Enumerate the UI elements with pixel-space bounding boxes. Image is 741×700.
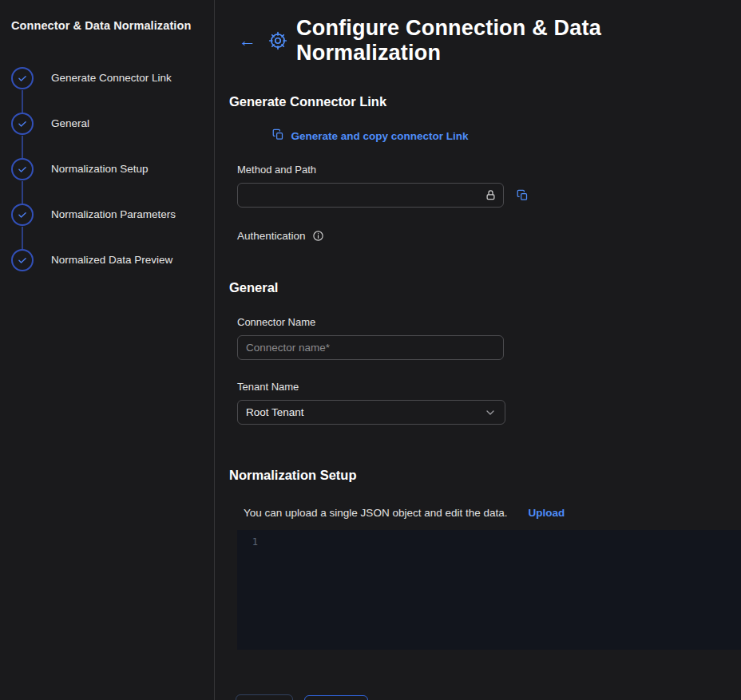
method-and-path-label: Method and Path	[237, 164, 741, 176]
method-and-path-input-wrap	[237, 183, 504, 208]
general-section-title: General	[229, 280, 741, 295]
step-check-icon	[11, 249, 34, 271]
generate-and-copy-link-label: Generate and copy connector Link	[291, 130, 468, 142]
generate-and-copy-link[interactable]: Generate and copy connector Link	[237, 129, 504, 143]
step-connector-line	[22, 136, 23, 158]
connector-name-label: Connector Name	[237, 316, 741, 328]
step-connector-line	[22, 227, 23, 249]
step-connector-line	[22, 181, 23, 204]
upload-hint-row: You can upload a single JSON object and …	[244, 507, 741, 519]
step-check-icon	[11, 158, 34, 180]
stepper-step-normalization-setup[interactable]: Normalization Setup	[11, 158, 203, 204]
normalization-section-title: Normalization Setup	[229, 468, 741, 483]
tenant-name-select[interactable]: Root Tenant	[237, 400, 505, 425]
editor-line-number: 1	[237, 530, 266, 650]
step-connector-line	[22, 90, 23, 113]
sidebar: Connector & Data Normalization Generate …	[0, 0, 215, 700]
authentication-row: Authentication	[237, 230, 741, 242]
stepper: Generate Connector Link General Normaliz…	[11, 67, 203, 271]
footer-actions: Submit ← Back Cancel	[236, 694, 741, 700]
stepper-step-general[interactable]: General	[11, 113, 203, 158]
authentication-label: Authentication	[237, 230, 306, 242]
chevron-down-icon	[484, 406, 497, 419]
method-and-path-row	[229, 183, 741, 208]
step-label: General	[51, 113, 89, 135]
step-label: Generate Connector Link	[51, 67, 172, 89]
step-label: Normalized Data Preview	[51, 249, 172, 271]
copy-icon	[272, 129, 284, 143]
step-check-icon	[11, 113, 34, 135]
tenant-name-label: Tenant Name	[237, 381, 741, 393]
lock-icon	[485, 189, 497, 201]
back-button[interactable]: ← Back	[304, 695, 368, 700]
connector-name-input[interactable]	[237, 335, 504, 360]
main-content: ← Configure Connection & Data Normalizat…	[215, 0, 741, 700]
upload-hint-text: You can upload a single JSON object and …	[244, 507, 508, 519]
stepper-step-generate-connector-link[interactable]: Generate Connector Link	[11, 67, 203, 113]
info-icon[interactable]	[312, 230, 324, 242]
upload-link[interactable]: Upload	[529, 507, 565, 519]
page-header: ← Configure Connection & Data Normalizat…	[236, 16, 741, 65]
stepper-step-normalization-parameters[interactable]: Normalization Parameters	[11, 204, 203, 249]
connector-gear-icon	[267, 30, 288, 51]
back-arrow-button[interactable]: ←	[236, 30, 260, 51]
page-title: Configure Connection & Data Normalizatio…	[296, 16, 741, 65]
json-editor[interactable]: 1	[237, 530, 741, 650]
app-root: Connector & Data Normalization Generate …	[0, 0, 741, 700]
section-generate-connector-link: Generate Connector Link Generate and cop…	[229, 94, 741, 242]
submit-button[interactable]: Submit	[236, 694, 293, 700]
step-label: Normalization Parameters	[51, 204, 176, 226]
editor-content[interactable]	[266, 530, 741, 650]
section-general: General Connector Name Tenant Name Root …	[229, 280, 741, 425]
stepper-step-normalized-data-preview[interactable]: Normalized Data Preview	[11, 249, 203, 271]
sidebar-title: Connector & Data Normalization	[11, 19, 203, 32]
generate-section-title: Generate Connector Link	[229, 94, 741, 109]
step-label: Normalization Setup	[51, 158, 149, 180]
section-normalization-setup: Normalization Setup You can upload a sin…	[229, 468, 741, 650]
connector-name-row	[229, 335, 741, 360]
tenant-name-value: Root Tenant	[246, 406, 304, 418]
method-and-path-input[interactable]	[237, 183, 504, 208]
step-check-icon	[11, 204, 34, 226]
copy-method-path-icon[interactable]	[517, 189, 529, 201]
step-check-icon	[11, 67, 34, 89]
connector-name-input-wrap	[237, 335, 504, 360]
